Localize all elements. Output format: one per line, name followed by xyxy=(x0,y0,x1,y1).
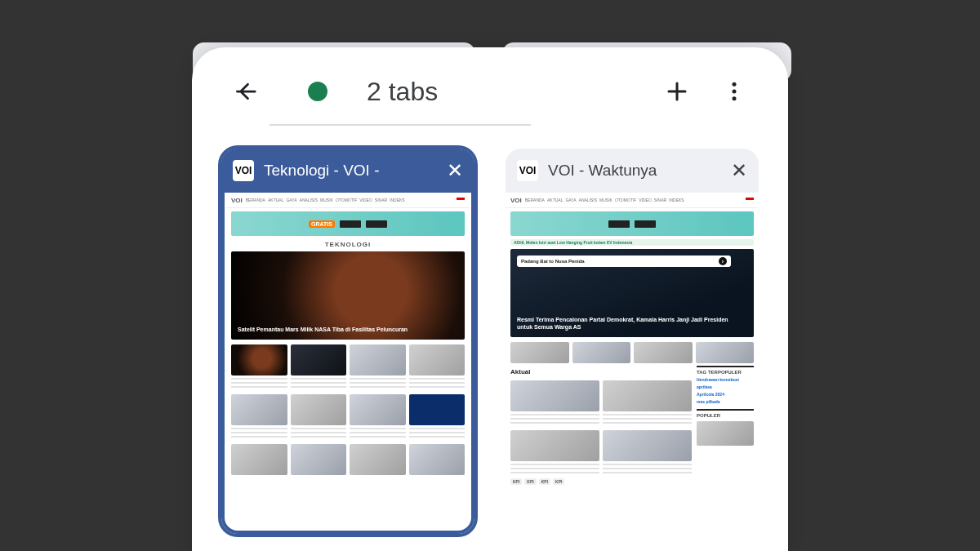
arrow-left-icon xyxy=(234,79,258,104)
svg-point-0 xyxy=(733,82,737,87)
favicon: VOI xyxy=(517,160,538,181)
flag-icon xyxy=(746,198,754,202)
tab-card-title: VOI - Waktunya xyxy=(548,162,721,180)
flag-icon xyxy=(457,198,465,202)
section-heading: TEKNOLOGI xyxy=(226,239,470,251)
tab-preview[interactable]: VOI BERANDAAKTUALGAYAANALISISMUSIKOTOMOT… xyxy=(226,193,470,529)
preview-nav: VOI BERANDAAKTUALGAYAANALISISMUSIKOTOMOT… xyxy=(506,193,759,208)
article-row xyxy=(231,394,465,439)
site-logo: VOI xyxy=(510,197,522,204)
favicon: VOI xyxy=(233,160,254,181)
site-nav: BERANDAAKTUALGAYAANALISISMUSIKOTOMOTIFVI… xyxy=(246,198,405,202)
plus-icon xyxy=(665,79,689,104)
new-tab-button[interactable] xyxy=(659,73,695,109)
tab-card[interactable]: VOI Teknologi - VOI - ✕ VOI BERANDAAKTUA… xyxy=(221,149,474,534)
article-row xyxy=(510,380,692,425)
route-chip: Padang Bai to Nusa Penida › xyxy=(517,256,731,267)
sidebar-link: Hendrawan konstitusi xyxy=(697,377,754,382)
hero-caption: Satelit Pemantau Mars Milik NASA Tiba di… xyxy=(238,327,440,333)
hero-caption: Resmi Terima Pencalonan Partai Demokrat,… xyxy=(517,317,729,331)
hero-image: Padang Bai to Nusa Penida › Resmi Terima… xyxy=(510,249,754,337)
tab-grid: VOI Teknologi - VOI - ✕ VOI BERANDAAKTUA… xyxy=(192,126,788,551)
svg-point-2 xyxy=(733,96,737,100)
more-vert-icon xyxy=(722,79,746,104)
hero-image: Satelit Pemantau Mars Milik NASA Tiba di… xyxy=(231,251,465,340)
tab-switcher-sheet: 2 tabs VOI Teknologi - VOI - ✕ VOI xyxy=(192,47,788,551)
article-row xyxy=(510,342,754,363)
site-nav: BERANDAAKTUALGAYAANALISISMUSIKOTOMOTIFVI… xyxy=(525,198,684,202)
tab-preview[interactable]: VOI BERANDAAKTUALGAYAANALISISMUSIKOTOMOT… xyxy=(506,193,759,534)
toolbar: 2 tabs xyxy=(192,47,788,118)
sidebar-heading: POPULER xyxy=(697,409,754,418)
sidebar-link: Aprilcola 2024 xyxy=(697,392,754,397)
article-row: KPIKPIKPIKPI xyxy=(510,430,692,485)
badge-row: KPIKPIKPIKPI xyxy=(510,478,599,485)
site-logo: VOI xyxy=(231,197,243,204)
preview-banner: GRATIS xyxy=(231,211,465,236)
banner-badge: GRATIS xyxy=(309,220,335,228)
notice-bar: ADHI, Molen Istri aset Low Hanging Fruit… xyxy=(510,239,754,246)
tab-card[interactable]: VOI VOI - Waktunya ✕ VOI BERANDAAKTUALGA… xyxy=(506,149,759,534)
sidebar-link: mas pilkada xyxy=(697,399,754,404)
sidebar-heading: TAG TERPOPULER xyxy=(697,366,754,375)
close-tab-button[interactable]: ✕ xyxy=(731,159,747,182)
back-button[interactable] xyxy=(228,73,264,109)
more-button[interactable] xyxy=(716,73,752,109)
svg-point-1 xyxy=(733,90,737,94)
incognito-indicator-dot xyxy=(308,82,327,101)
tab-card-header: VOI Teknologi - VOI - ✕ xyxy=(221,149,474,193)
preview-nav: VOI BERANDAAKTUALGAYAANALISISMUSIKOTOMOT… xyxy=(226,193,470,208)
sidebar-link: aprilasa xyxy=(697,384,754,389)
close-tab-button[interactable]: ✕ xyxy=(447,159,463,182)
tab-count-label: 2 tabs xyxy=(367,77,438,107)
tab-card-title: Teknologi - VOI - xyxy=(264,162,437,180)
preview-banner xyxy=(510,211,754,236)
preview-sidebar: TAG TERPOPULER Hendrawan konstitusi apri… xyxy=(697,366,754,446)
tab-card-header: VOI VOI - Waktunya ✕ xyxy=(506,149,759,193)
stage: VOI Viewing Publishers ✕ VOI Hasil penca… xyxy=(0,0,980,551)
go-icon: › xyxy=(719,257,727,265)
article-row xyxy=(231,344,465,389)
article-row xyxy=(231,444,465,475)
